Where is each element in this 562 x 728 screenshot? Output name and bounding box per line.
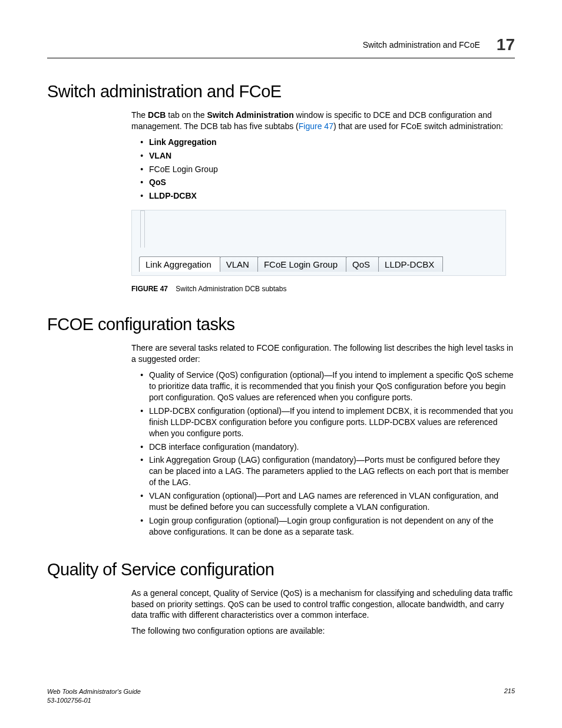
list-item: FCoE Login Group	[148, 164, 514, 175]
footer-guide-title: Web Tools Administrator's Guide	[47, 688, 141, 695]
figure-47-link[interactable]: Figure 47	[299, 121, 333, 131]
section2-bullet-list: Quality of Service (QoS) configuration (…	[131, 370, 514, 537]
list-item: Quality of Service (QoS) configuration (…	[148, 370, 514, 403]
section-heading-qos: Quality of Service configuration	[47, 560, 515, 579]
list-item: DCB interface configuration (mandatory).	[148, 442, 514, 453]
list-item: LLDP-DCBX	[148, 190, 514, 202]
running-header-title: Switch administration and FCoE	[363, 40, 480, 50]
figure-tab: LLDP-DCBX	[378, 256, 443, 272]
section1-intro: The DCB tab on the Switch Administration…	[131, 110, 514, 132]
figure-47-caption: FIGURE 47 Switch Administration DCB subt…	[131, 284, 514, 294]
figure-tab: QoS	[346, 256, 379, 272]
section2-intro: There are several tasks related to FCOE …	[131, 342, 514, 365]
figure-47: Link AggregationVLANFCoE Login GroupQoSL…	[131, 210, 514, 294]
figure-tab: VLAN	[220, 256, 258, 272]
footer-page-number: 215	[504, 687, 515, 704]
section-heading-fcoe-tasks: FCOE configuration tasks	[47, 315, 515, 334]
section3-p2: The following two configuration options …	[131, 625, 514, 637]
list-item: Login group configuration (optional)—Log…	[148, 515, 514, 538]
footer-doc-number: 53-1002756-01	[47, 697, 91, 704]
section3-p1: As a general concept, Quality of Service…	[131, 588, 514, 621]
list-item: QoS	[148, 177, 514, 188]
figure-tab-row: Link AggregationVLANFCoE Login GroupQoSL…	[139, 254, 443, 272]
list-item: Link Aggregation Group (LAG) configurati…	[148, 454, 514, 488]
section-heading-switch-admin: Switch administration and FCoE	[47, 82, 515, 101]
figure-47-image: Link AggregationVLANFCoE Login GroupQoSL…	[131, 210, 506, 276]
running-header: Switch administration and FCoE 17	[363, 35, 515, 54]
figure-pane-divider	[140, 210, 145, 248]
figure-tab: FCoE Login Group	[257, 256, 346, 272]
page-footer: Web Tools Administrator's Guide 53-10027…	[47, 687, 515, 704]
list-item: VLAN	[148, 150, 514, 162]
section1-bullet-list: Link AggregationVLANFCoE Login GroupQoSL…	[131, 137, 514, 202]
figure-tab: Link Aggregation	[139, 256, 220, 272]
list-item: Link Aggregation	[148, 137, 514, 148]
list-item: VLAN configuration (optional)—Port and L…	[148, 490, 514, 513]
chapter-number: 17	[497, 35, 515, 54]
list-item: LLDP-DCBX configuration (optional)—If yo…	[148, 406, 514, 439]
